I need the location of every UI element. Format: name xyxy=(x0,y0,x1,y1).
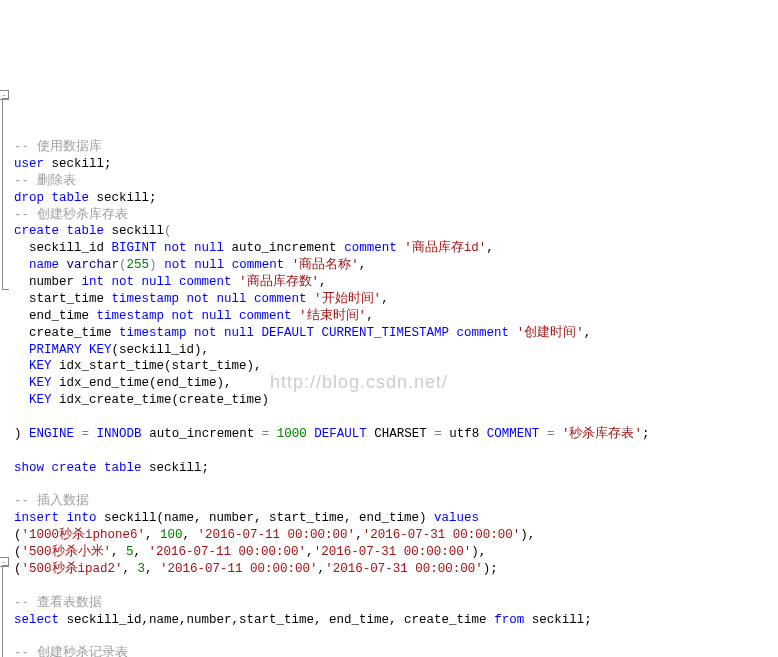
string: '开始时间' xyxy=(314,292,381,306)
keyword: select xyxy=(14,613,59,627)
identifier: seckill xyxy=(112,224,165,238)
number: 3 xyxy=(138,562,146,576)
string: '2016-07-11 00:00:00' xyxy=(149,545,307,559)
column: start_time xyxy=(29,292,104,306)
keyword: from xyxy=(494,613,524,627)
column: create_time xyxy=(29,326,112,340)
keyword: auto_increment xyxy=(232,241,337,255)
string: '1000秒杀iphone6' xyxy=(22,528,146,542)
keyword: user xyxy=(14,157,44,171)
keyword: values xyxy=(434,511,479,525)
keyword: show xyxy=(14,461,44,475)
comment: -- 插入数据 xyxy=(14,494,89,508)
keyword: drop table xyxy=(14,191,89,205)
keyword: KEY xyxy=(29,359,52,373)
fold-marker[interactable]: - xyxy=(0,90,9,100)
column: seckill_id xyxy=(29,241,104,255)
op: = xyxy=(262,427,270,441)
datatype: varchar xyxy=(67,258,120,272)
identifier: (seckill_id), xyxy=(112,343,210,357)
keyword: KEY xyxy=(29,376,52,390)
string: '商品名称' xyxy=(292,258,359,272)
number: 1000 xyxy=(277,427,307,441)
string: '秒杀库存表' xyxy=(562,427,642,441)
string: '500秒杀小米' xyxy=(22,545,112,559)
string: '创建时间' xyxy=(517,326,584,340)
keyword: name xyxy=(29,258,59,272)
string: '2016-07-11 00:00:00' xyxy=(198,528,356,542)
op: = xyxy=(547,427,555,441)
comment: -- 创建秒杀库存表 xyxy=(14,208,128,222)
column: number xyxy=(29,275,74,289)
string: '2016-07-11 00:00:00' xyxy=(160,562,318,576)
number: 255 xyxy=(127,258,150,272)
identifier: utf8 xyxy=(449,427,479,441)
keyword: ENGINE xyxy=(29,427,74,441)
identifier: seckill; xyxy=(149,461,209,475)
keyword: comment xyxy=(344,241,397,255)
keyword: not null comment xyxy=(164,258,284,272)
identifier: seckill(name, number, start_time, end_ti… xyxy=(104,511,427,525)
identifier: CHARSET xyxy=(374,427,427,441)
number: 100 xyxy=(160,528,183,542)
keyword: create table xyxy=(14,224,104,238)
keyword: PRIMARY KEY xyxy=(29,343,112,357)
keyword: DEFAULT xyxy=(314,427,367,441)
column: end_time xyxy=(29,309,89,323)
identifier: idx_start_time(start_time), xyxy=(59,359,262,373)
paren: ) xyxy=(14,427,22,441)
number: 5 xyxy=(126,545,134,559)
keyword: auto_increment xyxy=(149,427,254,441)
string: '2016-07-31 00:00:00' xyxy=(363,528,521,542)
identifier: seckill; xyxy=(52,157,112,171)
op: = xyxy=(434,427,442,441)
identifier: idx_create_time(create_time) xyxy=(59,393,269,407)
string: '500秒杀ipad2' xyxy=(22,562,123,576)
sql-code: -- 使用数据库 user seckill; -- 删除表 drop table… xyxy=(4,139,774,657)
string: '商品库存id' xyxy=(404,241,486,255)
comment: -- 查看表数据 xyxy=(14,596,102,610)
keyword: int not null comment xyxy=(82,275,232,289)
op: = xyxy=(82,427,90,441)
comment: -- 删除表 xyxy=(14,174,76,188)
identifier: seckill_id,name,number,start_time, end_t… xyxy=(67,613,487,627)
keyword: COMMENT xyxy=(487,427,540,441)
keyword: KEY xyxy=(29,393,52,407)
identifier: idx_end_time(end_time), xyxy=(59,376,232,390)
keyword: timestamp not null comment xyxy=(112,292,307,306)
string: '2016-07-31 00:00:00' xyxy=(314,545,472,559)
comment: -- 使用数据库 xyxy=(14,140,102,154)
keyword: insert into xyxy=(14,511,97,525)
keyword: BIGINT not null xyxy=(112,241,225,255)
string: '商品库存数' xyxy=(239,275,319,289)
keyword: timestamp not null comment xyxy=(97,309,292,323)
keyword: timestamp not null DEFAULT CURRENT_TIMES… xyxy=(119,326,509,340)
keyword: INNODB xyxy=(97,427,142,441)
identifier: seckill; xyxy=(97,191,157,205)
keyword: create table xyxy=(52,461,142,475)
string: '2016-07-31 00:00:00' xyxy=(325,562,483,576)
comment: -- 创建秒杀记录表 xyxy=(14,646,128,657)
identifier: seckill; xyxy=(532,613,592,627)
string: '结束时间' xyxy=(299,309,366,323)
